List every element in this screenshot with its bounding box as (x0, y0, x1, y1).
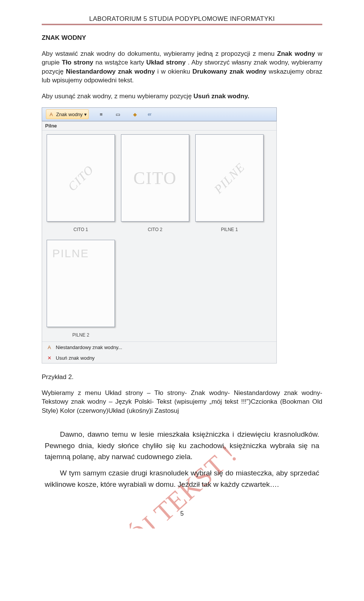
ribbon-icon-box[interactable]: ▭ (114, 109, 122, 119)
remove-icon: ✕ (46, 354, 53, 361)
paragraph-2: Aby usunąć znak wodny, z menu wybieramy … (42, 92, 322, 101)
menu-custom-watermark[interactable]: A Niestandardowy znak wodny... (42, 342, 276, 352)
story-paragraph-2: W tym samym czasie drugi krasnoludek wyb… (45, 467, 319, 490)
text: na wstążce karty (96, 59, 146, 66)
example-text-block: ÓJ TEKST ! Dawno, dawno temu w lesie mie… (42, 422, 322, 500)
ribbon-right-char: er (148, 112, 152, 116)
box-icon: ▭ (116, 112, 120, 117)
watermark-dropdown-label: Znak wodny (56, 112, 83, 117)
gallery-category-label: Pilne (42, 121, 276, 131)
menu-label: Usuń znak wodny (56, 355, 95, 361)
thumb-label: PILNE 1 (195, 222, 264, 234)
watermark-text: CITO (65, 162, 97, 194)
watermark-dropdown-button[interactable]: A Znak wodny ▾ (46, 109, 89, 119)
menu-remove-watermark[interactable]: ✕ Usuń znak wodny (42, 352, 276, 363)
thumb-label: CITO 2 (121, 222, 189, 234)
watermark-icon: A (46, 344, 53, 351)
bold: Niestandardowy znak wodny (66, 68, 155, 75)
bold: Znak wodny (277, 50, 315, 57)
watermark-text: PILNE (211, 160, 248, 196)
bold: Drukowany znak wodny (192, 68, 266, 75)
example-heading: Przykład 2. (42, 373, 322, 381)
ribbon-icon-shape[interactable]: ◆ (131, 109, 139, 119)
page-number: 5 (42, 510, 322, 517)
lines-icon: ≡ (100, 112, 103, 117)
example-instructions: Wybieramy z menu Układ strony – Tło stro… (42, 389, 322, 415)
bold: Tło strony (62, 59, 93, 66)
bold: Układ strony (146, 59, 186, 66)
thumb-label: PILNE 2 (47, 327, 115, 340)
watermark-icon: A (48, 111, 55, 118)
thumb-cito-1[interactable]: CITO CITO 1 (47, 134, 115, 234)
ribbon-bar: A Znak wodny ▾ ≡ ▭ ◆ er (42, 107, 277, 121)
ribbon-icon-lines[interactable]: ≡ (98, 109, 105, 119)
page-header: LABORATORIUM 5 STUDIA PODYPLOMOWE INFORM… (42, 15, 322, 23)
ribbon-top-row: A Znak wodny ▾ ≡ ▭ ◆ er (42, 108, 276, 121)
watermark-text: CITO (133, 168, 177, 188)
paragraph-1: Aby wstawić znak wodny do dokumentu, wyb… (42, 49, 322, 85)
thumb-row-1: CITO CITO 1 CITO CITO 2 PILNE PILNE 1 (42, 131, 276, 236)
text: i w okienku (157, 68, 193, 75)
header-rule (42, 24, 322, 25)
story-paragraph-1: Dawno, dawno temu w lesie mieszkała księ… (45, 429, 319, 462)
thumb-cito-2[interactable]: CITO CITO 2 (121, 134, 189, 234)
bold: Usuń znak wodny. (193, 93, 249, 100)
shape-icon: ◆ (133, 112, 137, 117)
watermark-text: PILNE (52, 247, 89, 260)
section-heading-watermark: ZNAK WODNY (42, 34, 322, 42)
thumb-row-2: PILNE PILNE 2 (42, 236, 276, 341)
thumb-pilne-2[interactable]: PILNE PILNE 2 (47, 240, 115, 340)
watermark-gallery: Pilne CITO CITO 1 CITO CITO 2 PILNE PILN… (42, 121, 277, 363)
text: Aby wstawić znak wodny do dokumentu, wyb… (42, 50, 277, 57)
menu-label: Niestandardowy znak wodny... (56, 345, 122, 350)
text: Aby usunąć znak wodny, z menu wybieramy … (42, 93, 193, 100)
chevron-down-icon: ▾ (84, 112, 87, 117)
gallery-footer-menu: A Niestandardowy znak wodny... ✕ Usuń zn… (42, 341, 276, 363)
thumb-label: CITO 1 (47, 222, 115, 234)
thumb-pilne-1[interactable]: PILNE PILNE 1 (195, 134, 264, 234)
